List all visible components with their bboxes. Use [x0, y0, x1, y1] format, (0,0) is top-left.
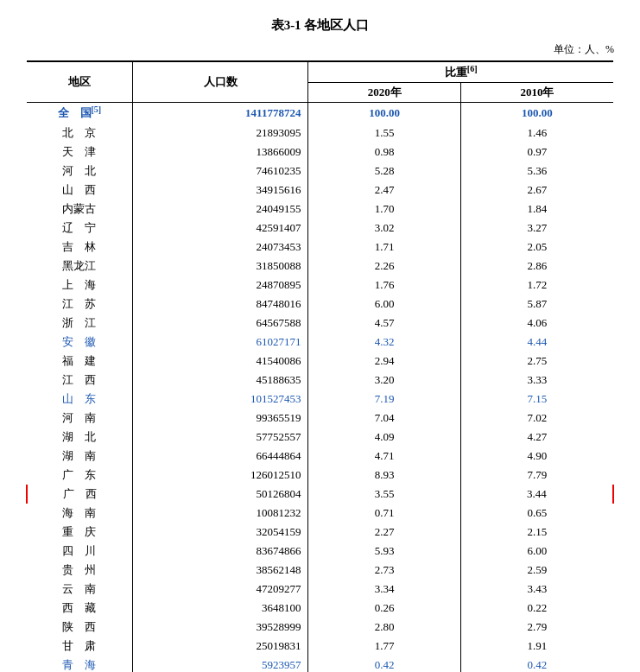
col-ratio: 比重[6] [308, 61, 613, 83]
cell-ratio-2010: 0.22 [460, 599, 613, 618]
cell-population: 74610235 [132, 162, 308, 181]
cell-population: 13866009 [132, 143, 308, 162]
cell-ratio-2010: 6.00 [460, 542, 613, 561]
table-row: 青 海59239570.420.42 [27, 656, 613, 672]
cell-population: 32054159 [132, 523, 308, 542]
cell-ratio-2020: 4.57 [308, 314, 461, 333]
cell-ratio-2010: 2.59 [460, 561, 613, 580]
cell-ratio-2010: 7.15 [460, 390, 613, 409]
cell-population: 38562148 [132, 561, 308, 580]
table-row: 安 徽610271714.324.44 [27, 333, 613, 352]
cell-region: 贵 州 [27, 561, 132, 580]
cell-population: 21893095 [132, 124, 308, 143]
cell-region: 天 津 [27, 143, 132, 162]
cell-ratio-2010: 3.27 [460, 219, 613, 238]
cell-population: 83674866 [132, 542, 308, 561]
cell-population: 84748016 [132, 295, 308, 314]
cell-population: 47209277 [132, 580, 308, 599]
unit-label: 单位：人、% [26, 42, 614, 57]
cell-ratio-2010: 4.27 [460, 428, 613, 447]
cell-region: 青 海 [27, 656, 132, 672]
cell-region: 江 苏 [27, 295, 132, 314]
cell-population: 31850088 [132, 257, 308, 276]
cell-ratio-2010: 1.46 [460, 124, 613, 143]
cell-region: 福 建 [27, 352, 132, 371]
cell-region: 黑龙江 [27, 257, 132, 276]
cell-region: 全 国[5] [27, 103, 132, 124]
cell-ratio-2020: 5.28 [308, 162, 461, 181]
cell-ratio-2010: 2.67 [460, 181, 613, 200]
col-2020: 2020年 [308, 83, 461, 103]
cell-population: 24049155 [132, 200, 308, 219]
cell-ratio-2010: 3.43 [460, 580, 613, 599]
table-header-row1: 地区 人口数 比重[6] [27, 61, 613, 83]
cell-region: 辽 宁 [27, 219, 132, 238]
table-row: 湖 北577525574.094.27 [27, 428, 613, 447]
cell-ratio-2020: 0.71 [308, 504, 461, 523]
cell-region: 上 海 [27, 276, 132, 295]
table-row: 天 津138660090.980.97 [27, 143, 613, 162]
table-row: 河 南993655197.047.02 [27, 409, 613, 428]
cell-population: 39528999 [132, 618, 308, 637]
col-2010: 2010年 [460, 83, 613, 103]
table-row: 山 东1015274537.197.15 [27, 390, 613, 409]
table-row: 江 苏847480166.005.87 [27, 295, 613, 314]
table-row: 云 南472092773.343.43 [27, 580, 613, 599]
table-row: 广 东1260125108.937.79 [27, 466, 613, 485]
table-row: 全 国[5]1411778724100.00100.00 [27, 103, 613, 124]
cell-population: 45188635 [132, 371, 308, 390]
cell-ratio-2020: 1.70 [308, 200, 461, 219]
cell-ratio-2020: 2.26 [308, 257, 461, 276]
cell-ratio-2010: 5.36 [460, 162, 613, 181]
table-row: 陕 西395289992.802.79 [27, 618, 613, 637]
cell-ratio-2020: 1.55 [308, 124, 461, 143]
cell-ratio-2020: 5.93 [308, 542, 461, 561]
cell-ratio-2010: 1.91 [460, 637, 613, 656]
cell-ratio-2010: 1.84 [460, 200, 613, 219]
table-row: 河 北746102355.285.36 [27, 162, 613, 181]
cell-ratio-2020: 2.47 [308, 181, 461, 200]
cell-region: 广 西 [27, 485, 132, 504]
cell-population: 64567588 [132, 314, 308, 333]
cell-region: 山 东 [27, 390, 132, 409]
table-row: 福 建415400862.942.75 [27, 352, 613, 371]
cell-population: 42591407 [132, 219, 308, 238]
table-row: 辽 宁425914073.023.27 [27, 219, 613, 238]
cell-ratio-2010: 1.72 [460, 276, 613, 295]
table-row: 重 庆320541592.272.15 [27, 523, 613, 542]
cell-region: 陕 西 [27, 618, 132, 637]
cell-ratio-2010: 3.33 [460, 371, 613, 390]
cell-population: 24073453 [132, 238, 308, 257]
table-row: 浙 江645675884.574.06 [27, 314, 613, 333]
cell-region: 甘 肃 [27, 637, 132, 656]
cell-region: 内蒙古 [27, 200, 132, 219]
cell-ratio-2020: 1.77 [308, 637, 461, 656]
cell-ratio-2010: 100.00 [460, 103, 613, 124]
cell-population: 57752557 [132, 428, 308, 447]
cell-ratio-2010: 2.05 [460, 238, 613, 257]
table-row: 湖 南664448644.714.90 [27, 447, 613, 466]
col-region: 地区 [27, 61, 132, 103]
cell-ratio-2010: 2.15 [460, 523, 613, 542]
cell-region: 四 川 [27, 542, 132, 561]
col-population: 人口数 [132, 61, 308, 103]
table-row: 吉 林240734531.712.05 [27, 238, 613, 257]
cell-population: 41540086 [132, 352, 308, 371]
cell-ratio-2020: 3.20 [308, 371, 461, 390]
cell-region: 吉 林 [27, 238, 132, 257]
cell-ratio-2020: 1.71 [308, 238, 461, 257]
cell-ratio-2020: 3.34 [308, 580, 461, 599]
cell-population: 1411778724 [132, 103, 308, 124]
cell-population: 10081232 [132, 504, 308, 523]
cell-ratio-2010: 2.86 [460, 257, 613, 276]
cell-region: 河 南 [27, 409, 132, 428]
cell-ratio-2010: 4.06 [460, 314, 613, 333]
table-row: 上 海248708951.761.72 [27, 276, 613, 295]
table-row: 山 西349156162.472.67 [27, 181, 613, 200]
cell-ratio-2020: 100.00 [308, 103, 461, 124]
cell-ratio-2010: 5.87 [460, 295, 613, 314]
cell-ratio-2010: 0.42 [460, 656, 613, 672]
cell-population: 24870895 [132, 276, 308, 295]
table-row: 西 藏36481000.260.22 [27, 599, 613, 618]
cell-region: 河 北 [27, 162, 132, 181]
